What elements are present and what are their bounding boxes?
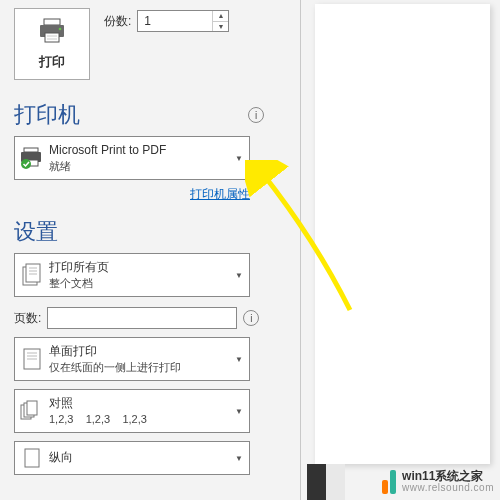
printer-ready-icon bbox=[15, 137, 49, 179]
svg-rect-21 bbox=[27, 401, 37, 415]
panel-divider bbox=[300, 0, 301, 500]
decorative-squares bbox=[307, 464, 345, 500]
copies-value: 1 bbox=[138, 14, 212, 28]
duplex-line2: 仅在纸面的一侧上进行打印 bbox=[49, 360, 229, 374]
square-dark bbox=[307, 464, 326, 500]
section-settings-label: 设置 bbox=[14, 217, 58, 247]
printer-properties-link[interactable]: 打印机属性 bbox=[14, 186, 250, 203]
duplex-line1: 单面打印 bbox=[49, 344, 229, 360]
printer-dropdown[interactable]: Microsoft Print to PDF 就绪 ▼ bbox=[14, 136, 250, 180]
section-printer-label: 打印机 bbox=[14, 100, 80, 130]
watermark-url: www.relsound.com bbox=[402, 483, 494, 494]
svg-rect-11 bbox=[26, 264, 40, 282]
collate-dropdown[interactable]: 对照 1,2,3 1,2,3 1,2,3 ▼ bbox=[14, 389, 250, 433]
portrait-icon bbox=[15, 442, 49, 474]
collate-dropdown-text: 对照 1,2,3 1,2,3 1,2,3 bbox=[49, 390, 229, 432]
pages-row: 页数: i bbox=[14, 307, 264, 329]
svg-rect-7 bbox=[24, 148, 38, 152]
svg-rect-22 bbox=[25, 449, 39, 467]
info-icon[interactable]: i bbox=[248, 107, 264, 123]
collate-line1: 对照 bbox=[49, 396, 229, 412]
pages-input[interactable] bbox=[47, 307, 237, 329]
square-light bbox=[326, 464, 345, 500]
svg-rect-0 bbox=[44, 19, 60, 25]
scope-line2: 整个文档 bbox=[49, 276, 229, 290]
print-panel: 打印 份数: 1 ▲ ▼ 打印机 i bbox=[0, 0, 280, 500]
chevron-down-icon: ▼ bbox=[229, 338, 249, 380]
watermark: win11系统之家 www.relsound.com bbox=[382, 470, 494, 494]
single-side-icon bbox=[15, 338, 49, 380]
section-settings-title: 设置 bbox=[14, 217, 264, 247]
info-icon[interactable]: i bbox=[243, 310, 259, 326]
chevron-down-icon: ▼ bbox=[229, 442, 249, 474]
print-button-label: 打印 bbox=[39, 53, 65, 71]
collate-line2: 1,2,3 1,2,3 1,2,3 bbox=[49, 412, 229, 426]
spinner-up[interactable]: ▲ bbox=[213, 11, 228, 22]
collate-icon bbox=[15, 390, 49, 432]
duplex-dropdown[interactable]: 单面打印 仅在纸面的一侧上进行打印 ▼ bbox=[14, 337, 250, 381]
svg-rect-3 bbox=[45, 33, 59, 42]
watermark-text: win11系统之家 www.relsound.com bbox=[402, 470, 494, 493]
copies-group: 份数: 1 ▲ ▼ bbox=[104, 10, 229, 32]
scope-dropdown[interactable]: 打印所有页 整个文档 ▼ bbox=[14, 253, 250, 297]
orientation-dropdown-text: 纵向 bbox=[49, 442, 229, 474]
page-preview bbox=[315, 4, 490, 464]
orientation-line1: 纵向 bbox=[49, 450, 229, 466]
copies-label: 份数: bbox=[104, 13, 131, 30]
chevron-down-icon: ▼ bbox=[229, 254, 249, 296]
pages-label: 页数: bbox=[14, 310, 41, 327]
printer-name: Microsoft Print to PDF bbox=[49, 143, 229, 159]
svg-point-9 bbox=[21, 159, 31, 169]
chevron-down-icon: ▼ bbox=[229, 390, 249, 432]
print-button[interactable]: 打印 bbox=[14, 8, 90, 80]
copies-spinner[interactable]: 1 ▲ ▼ bbox=[137, 10, 229, 32]
chevron-down-icon: ▼ bbox=[229, 137, 249, 179]
duplex-dropdown-text: 单面打印 仅在纸面的一侧上进行打印 bbox=[49, 338, 229, 380]
orientation-dropdown[interactable]: 纵向 ▼ bbox=[14, 441, 250, 475]
spinner-arrows: ▲ ▼ bbox=[212, 11, 228, 31]
scope-line1: 打印所有页 bbox=[49, 260, 229, 276]
svg-point-2 bbox=[59, 27, 62, 30]
printer-icon bbox=[37, 18, 67, 47]
spinner-down[interactable]: ▼ bbox=[213, 22, 228, 32]
scope-dropdown-text: 打印所有页 整个文档 bbox=[49, 254, 229, 296]
section-printer-title: 打印机 i bbox=[14, 100, 264, 130]
watermark-logo-icon bbox=[382, 470, 396, 494]
printer-status: 就绪 bbox=[49, 159, 229, 173]
printer-dropdown-text: Microsoft Print to PDF 就绪 bbox=[49, 137, 229, 179]
top-row: 打印 份数: 1 ▲ ▼ bbox=[14, 8, 264, 80]
pages-all-icon bbox=[15, 254, 49, 296]
